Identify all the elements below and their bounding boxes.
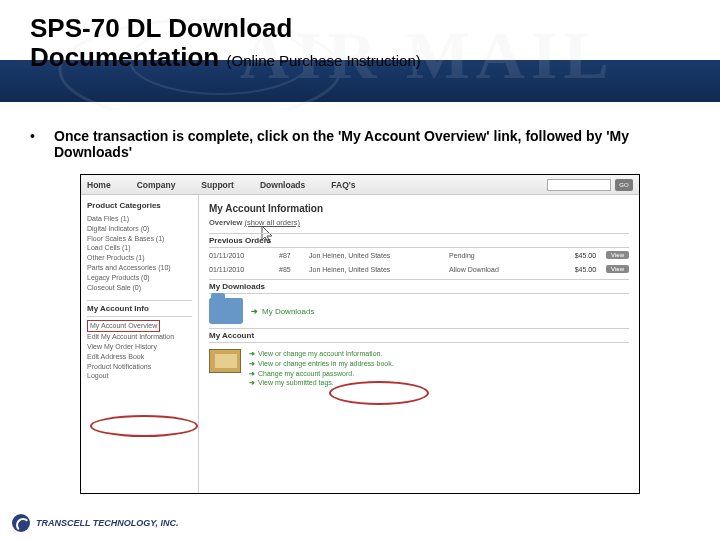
sidebar-cat-item[interactable]: Digital Indicators (0): [87, 224, 192, 234]
account-action-link[interactable]: ➔View or change entries in my address bo…: [249, 359, 394, 369]
order-num: #87: [279, 252, 309, 259]
my-account-header: My Account: [209, 328, 629, 343]
go-button[interactable]: GO: [615, 179, 633, 191]
sidebar-account-logout[interactable]: Logout: [87, 371, 192, 381]
nav-downloads[interactable]: Downloads: [260, 180, 305, 190]
folder-icon: [209, 298, 243, 324]
account-action-link[interactable]: ➔View or change my account information.: [249, 349, 394, 359]
sidebar-cat-item[interactable]: Parts and Accessories (10): [87, 263, 192, 273]
order-who: Jon Heinen, United States: [309, 252, 449, 259]
order-row: 01/11/2010 #85 Jon Heinen, United States…: [209, 265, 629, 273]
my-downloads-link[interactable]: ➔My Downloads: [251, 307, 314, 316]
sidebar-categories-header: Product Categories: [87, 201, 192, 210]
order-status: Allow Download: [449, 266, 529, 273]
brand-text: TRANSCELL TECHNOLOGY, INC.: [36, 518, 179, 528]
sidebar-account-notify[interactable]: Product Notifications: [87, 362, 192, 372]
nav-company[interactable]: Company: [137, 180, 176, 190]
order-price: $45.00: [575, 266, 596, 273]
account-action-link[interactable]: ➔Change my account password.: [249, 369, 394, 379]
sidebar-account-header: My Account Info: [87, 300, 192, 317]
sidebar-account-edit[interactable]: Edit My Account Information: [87, 332, 192, 342]
view-order-button[interactable]: View: [606, 251, 629, 259]
sidebar-cat-item[interactable]: Floor Scales & Bases (1): [87, 234, 192, 244]
order-who: Jon Heinen, United States: [309, 266, 449, 273]
previous-orders-header: Previous Orders: [209, 233, 629, 248]
sidebar-cat-item[interactable]: Legacy Products (0): [87, 273, 192, 283]
account-icon: [209, 349, 241, 373]
brand-logo-icon: [12, 514, 30, 532]
sidebar-cat-item[interactable]: Other Products (1): [87, 253, 192, 263]
bullet-dot: •: [30, 128, 36, 160]
embedded-screenshot: Home Company Support Downloads FAQ's GO …: [80, 174, 640, 494]
my-downloads-header: My Downloads: [209, 279, 629, 294]
page-title: My Account Information: [209, 203, 629, 214]
nav-support[interactable]: Support: [201, 180, 234, 190]
sidebar-cat-item[interactable]: Data Files (1): [87, 214, 192, 224]
order-status: Pending: [449, 252, 529, 259]
arrow-icon: ➔: [251, 307, 258, 316]
title-line-2: Documentation: [30, 42, 219, 72]
order-num: #85: [279, 266, 309, 273]
sidebar: Product Categories Data Files (1) Digita…: [81, 195, 199, 493]
order-price: $45.00: [575, 252, 596, 259]
order-row: 01/11/2010 #87 Jon Heinen, United States…: [209, 251, 629, 259]
nav-faqs[interactable]: FAQ's: [331, 180, 355, 190]
search-input[interactable]: [547, 179, 611, 191]
account-action-link[interactable]: ➔View my submitted tags.: [249, 378, 394, 388]
bullet-text: Once transaction is complete, click on t…: [54, 128, 690, 160]
site-topbar: Home Company Support Downloads FAQ's GO: [81, 175, 639, 195]
order-date: 01/11/2010: [209, 252, 279, 259]
sidebar-account-address[interactable]: Edit Address Book: [87, 352, 192, 362]
overview-label: Overview: [209, 218, 242, 227]
view-order-button[interactable]: View: [606, 265, 629, 273]
show-all-orders-link[interactable]: (show all orders): [244, 218, 299, 227]
sidebar-account-orders[interactable]: View My Order History: [87, 342, 192, 352]
sidebar-account-overview[interactable]: My Account Overview: [87, 320, 160, 332]
main-panel: My Account Information Overview (show al…: [199, 195, 639, 493]
footer-brand: TRANSCELL TECHNOLOGY, INC.: [12, 514, 179, 532]
sidebar-cat-item[interactable]: Load Cells (1): [87, 243, 192, 253]
nav-home[interactable]: Home: [87, 180, 111, 190]
sidebar-cat-item[interactable]: Closeout Sale (0): [87, 283, 192, 293]
slide-subtitle: (Online Purchase Instruction): [226, 52, 420, 69]
title-line-1: SPS-70 DL Download: [30, 13, 292, 43]
slide-title: SPS-70 DL Download Documentation (Online…: [30, 14, 720, 71]
order-date: 01/11/2010: [209, 266, 279, 273]
